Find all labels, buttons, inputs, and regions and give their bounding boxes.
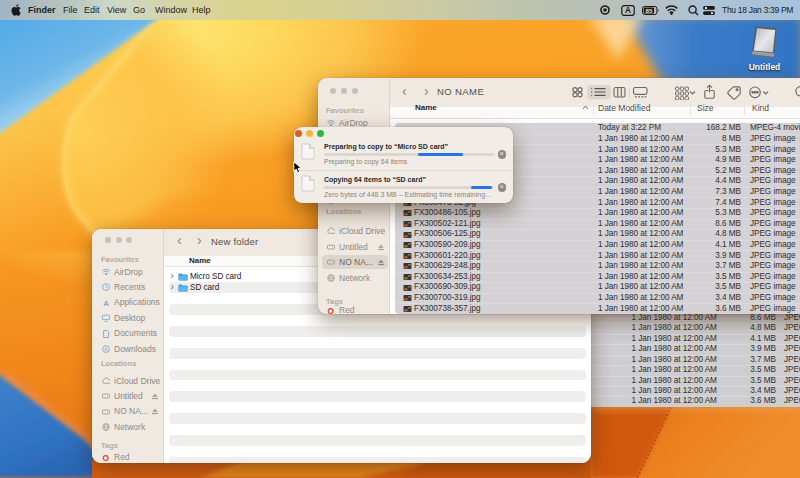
svg-text:85: 85 (645, 7, 652, 14)
svg-text:A: A (103, 299, 109, 307)
svg-text:A: A (625, 6, 631, 15)
